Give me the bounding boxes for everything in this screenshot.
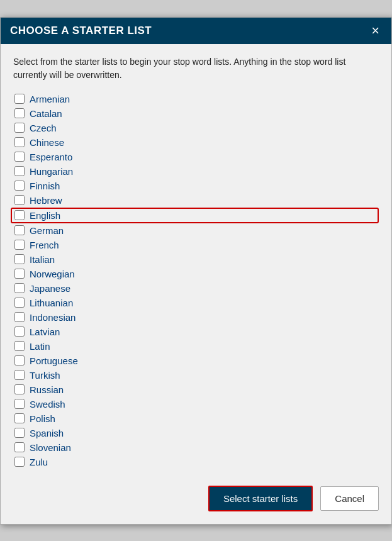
language-label-russian[interactable]: Russian — [30, 384, 64, 395]
language-label-hungarian[interactable]: Hungarian — [30, 166, 73, 177]
list-item: Italian — [13, 252, 379, 267]
language-checkbox-french[interactable] — [14, 240, 25, 250]
list-item: Portuguese — [13, 354, 379, 368]
list-item: Swedish — [13, 397, 379, 411]
language-checkbox-english[interactable] — [14, 210, 25, 220]
language-label-turkish[interactable]: Turkish — [30, 370, 60, 381]
list-item: German — [13, 223, 379, 238]
dialog-description: Select from the starter lists to begin y… — [13, 55, 379, 82]
language-checkbox-portuguese[interactable] — [14, 355, 25, 365]
list-item: Czech — [13, 121, 379, 135]
list-item: French — [13, 238, 379, 252]
language-label-latvian[interactable]: Latvian — [30, 326, 60, 337]
list-item: Lithuanian — [13, 296, 379, 310]
list-item: Spanish — [13, 426, 379, 440]
language-label-norwegian[interactable]: Norwegian — [30, 269, 75, 279]
list-item: Armenian — [13, 92, 379, 106]
language-checkbox-indonesian[interactable] — [14, 312, 25, 322]
list-item: Norwegian — [13, 267, 379, 281]
list-item: Turkish — [13, 368, 379, 382]
language-label-portuguese[interactable]: Portuguese — [30, 355, 78, 366]
language-checkbox-lithuanian[interactable] — [14, 298, 25, 308]
dialog-body: Select from the starter lists to begin y… — [1, 44, 391, 476]
language-label-spanish[interactable]: Spanish — [30, 428, 64, 438]
list-item: Polish — [13, 411, 379, 426]
language-label-hebrew[interactable]: Hebrew — [30, 195, 62, 206]
dialog-header: CHOOSE A STARTER LIST × — [1, 18, 391, 44]
language-label-catalan[interactable]: Catalan — [30, 108, 62, 119]
list-item: Zulu — [13, 455, 379, 469]
language-checkbox-czech[interactable] — [14, 123, 25, 133]
language-checkbox-german[interactable] — [14, 225, 25, 235]
language-label-indonesian[interactable]: Indonesian — [30, 312, 76, 323]
language-checkbox-norwegian[interactable] — [14, 269, 25, 279]
cancel-button[interactable]: Cancel — [320, 486, 379, 511]
choose-starter-list-dialog: CHOOSE A STARTER LIST × Select from the … — [0, 17, 392, 525]
language-label-japanese[interactable]: Japanese — [30, 283, 70, 294]
language-checkbox-armenian[interactable] — [14, 94, 25, 104]
language-label-esperanto[interactable]: Esperanto — [30, 152, 72, 162]
dialog-footer: Select starter lists Cancel — [1, 476, 391, 524]
list-item: Latvian — [13, 325, 379, 339]
close-button[interactable]: × — [369, 24, 382, 38]
language-label-polish[interactable]: Polish — [30, 413, 55, 424]
language-label-zulu[interactable]: Zulu — [30, 457, 48, 467]
language-label-czech[interactable]: Czech — [30, 123, 57, 133]
language-label-swedish[interactable]: Swedish — [30, 399, 65, 410]
language-checkbox-italian[interactable] — [14, 254, 25, 264]
select-starter-lists-button[interactable]: Select starter lists — [208, 486, 313, 511]
list-item: Finnish — [13, 179, 379, 193]
language-checkbox-chinese[interactable] — [14, 137, 25, 147]
list-item: Slovenian — [13, 440, 379, 455]
language-label-slovenian[interactable]: Slovenian — [30, 442, 71, 453]
list-item: Russian — [13, 382, 379, 397]
list-item: Catalan — [13, 106, 379, 121]
language-label-armenian[interactable]: Armenian — [30, 94, 70, 104]
language-checkbox-russian[interactable] — [14, 384, 25, 394]
list-item: Indonesian — [13, 310, 379, 325]
language-label-german[interactable]: German — [30, 225, 64, 236]
language-checkbox-esperanto[interactable] — [14, 152, 25, 162]
language-checkbox-latvian[interactable] — [14, 326, 25, 337]
list-item: Esperanto — [13, 150, 379, 164]
language-checkbox-hebrew[interactable] — [14, 195, 25, 205]
language-checkbox-catalan[interactable] — [14, 108, 25, 118]
language-checkbox-swedish[interactable] — [14, 399, 25, 409]
language-checkbox-zulu[interactable] — [14, 457, 25, 467]
language-label-finnish[interactable]: Finnish — [30, 181, 60, 191]
list-item: Japanese — [13, 281, 379, 296]
language-label-chinese[interactable]: Chinese — [30, 137, 64, 148]
language-checkbox-hungarian[interactable] — [14, 166, 25, 176]
language-list: ArmenianCatalanCzechChineseEsperantoHung… — [13, 92, 379, 469]
dialog-title: CHOOSE A STARTER LIST — [10, 25, 152, 37]
language-label-latin[interactable]: Latin — [30, 341, 50, 352]
language-label-lithuanian[interactable]: Lithuanian — [30, 298, 73, 308]
language-label-italian[interactable]: Italian — [30, 254, 55, 265]
language-checkbox-finnish[interactable] — [14, 181, 25, 191]
language-label-english[interactable]: English — [30, 210, 60, 221]
language-checkbox-polish[interactable] — [14, 413, 25, 423]
language-checkbox-spanish[interactable] — [14, 428, 25, 438]
list-item: English — [11, 208, 379, 223]
language-checkbox-latin[interactable] — [14, 341, 25, 351]
language-checkbox-turkish[interactable] — [14, 370, 25, 380]
language-checkbox-japanese[interactable] — [14, 283, 25, 293]
list-item: Hebrew — [13, 193, 379, 208]
list-item: Latin — [13, 339, 379, 354]
list-item: Chinese — [13, 135, 379, 150]
list-item: Hungarian — [13, 164, 379, 179]
language-label-french[interactable]: French — [30, 240, 59, 250]
language-checkbox-slovenian[interactable] — [14, 442, 25, 452]
